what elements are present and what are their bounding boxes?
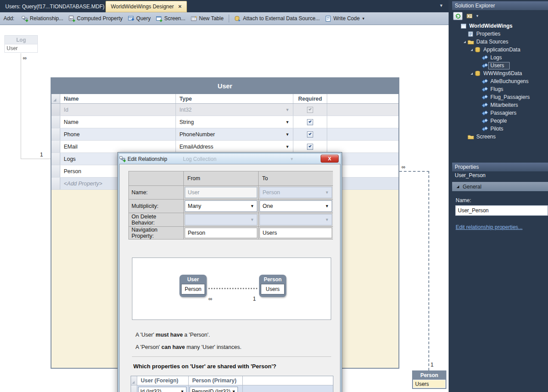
from-dropdown: ▼	[185, 214, 257, 225]
property-name-cell[interactable]: Id	[60, 104, 176, 116]
toolbar-button-new-table[interactable]: New Table	[188, 15, 227, 23]
blank-cell	[327, 141, 398, 152]
toolbar-button-write-code[interactable]: Write Code▾	[322, 15, 367, 23]
toolbar-button-relationship[interactable]: Relationship...	[19, 15, 66, 23]
property-type-cell[interactable]: EmailAddress▼	[176, 141, 293, 152]
property-type-cell[interactable]: PhoneNumber▼	[176, 128, 293, 140]
person-entity-card[interactable]: Person Users	[412, 370, 446, 389]
person-card-property: Users	[413, 380, 446, 388]
close-icon[interactable]: ×	[178, 1, 182, 12]
required-cell[interactable]	[293, 116, 327, 128]
foreign-property-dropdown[interactable]: Id (Int32)▼	[138, 387, 186, 392]
refresh-button[interactable]	[453, 12, 463, 20]
log-entity-card[interactable]: Log User	[4, 35, 38, 53]
fk-selector-triangle-icon	[132, 381, 135, 384]
preview-person-card: Person Users	[259, 275, 286, 297]
database-icon	[475, 47, 481, 53]
expander-triangle-icon[interactable]	[464, 41, 466, 43]
general-section-header[interactable]: General	[452, 182, 548, 191]
tree-item-users[interactable]: Users	[452, 62, 548, 69]
toolbar-button-computed-property[interactable]: Computed Property	[66, 15, 125, 23]
edit-relationship-properties-link[interactable]: Edit relationship properties...	[456, 224, 522, 230]
row-label: On Delete Behavior:	[129, 213, 184, 226]
relationship-sentence-1: A 'User' must have a 'Person'.	[135, 332, 210, 338]
dialog-title-bar[interactable]: Edit Relationship Log Collection ▼ X	[119, 154, 340, 164]
tab-worldwidewings-designer[interactable]: WorldWideWings Designer×	[106, 1, 187, 12]
to-dropdown[interactable]: One▼	[259, 200, 332, 212]
toolbar-button-query[interactable]: Query	[125, 15, 153, 23]
check-icon	[309, 120, 312, 123]
property-row-name[interactable]: NameString▼	[51, 116, 398, 128]
tab-users-query[interactable]: Users: Query(f17...TIONDATABASE.MDF)	[0, 1, 110, 12]
selection-outline	[488, 62, 510, 69]
column-header-blank	[327, 94, 398, 103]
property-name-cell[interactable]: EMail	[60, 141, 176, 152]
tree-item-passagiers[interactable]: Passagiers	[452, 109, 548, 117]
to-textbox[interactable]: Users	[259, 228, 332, 238]
preview-person-card-property: Users	[261, 284, 285, 294]
chevron-down-icon[interactable]: ▼	[285, 145, 289, 149]
column-header-name: Name	[60, 94, 176, 103]
row-selector	[51, 178, 60, 189]
from-textbox[interactable]: Person	[185, 228, 257, 238]
property-name-cell[interactable]: Name	[60, 116, 176, 128]
required-cell[interactable]	[293, 141, 327, 152]
row-selector-header	[51, 94, 60, 103]
shared-properties-question: Which properties on 'User' are shared wi…	[133, 363, 276, 370]
close-button[interactable]: X	[321, 155, 339, 163]
tree-item-applicationdata[interactable]: ApplicationData	[452, 46, 548, 54]
required-cell[interactable]	[293, 128, 327, 140]
tree-item-mitarbeiters[interactable]: Mitarbeiters	[452, 101, 548, 109]
from-dropdown[interactable]: Many▼	[185, 200, 257, 212]
property-row-id[interactable]: IdInt32▼	[51, 104, 398, 116]
chevron-down-icon: ▼	[180, 389, 184, 392]
tree-item-data-sources[interactable]: Data Sources	[452, 38, 548, 46]
property-type-cell[interactable]: String▼	[176, 116, 293, 128]
chevron-down-icon[interactable]: ▼	[285, 120, 289, 124]
required-checkbox[interactable]	[307, 144, 313, 150]
type-value: EmailAddress	[179, 144, 213, 150]
required-checkbox[interactable]	[307, 131, 313, 138]
attach-datasource-icon	[234, 15, 241, 22]
type-value: String	[179, 119, 194, 125]
check-icon	[309, 107, 312, 110]
tree-item-flugs[interactable]: Flugs	[452, 85, 548, 93]
relationship-name-input[interactable]	[455, 205, 548, 216]
tree-item-people[interactable]: People	[452, 117, 548, 125]
tree-item-pilots[interactable]: Pilots	[452, 125, 548, 133]
to-cell: ▼	[259, 213, 333, 226]
row-selector	[51, 104, 60, 116]
expander-triangle-icon[interactable]	[471, 73, 473, 75]
property-row-email[interactable]: EMailEmailAddress▼	[51, 141, 398, 153]
required-checkbox[interactable]	[307, 119, 313, 125]
fk-column-foreign: User (Foreign)	[137, 376, 189, 385]
tree-item-allebuchungens[interactable]: AlleBuchungens	[452, 77, 548, 85]
tree-item-properties[interactable]: Properties	[452, 30, 548, 38]
tree-item-worldwidewings[interactable]: WorldWideWings	[452, 22, 548, 30]
required-cell[interactable]	[293, 104, 327, 116]
right-connector-many-label: ∞	[402, 164, 406, 170]
toolbar-dropdown-chevron-icon[interactable]: ▾	[476, 14, 479, 18]
relationship-icon	[119, 156, 126, 162]
user-person-connector-vertical	[428, 171, 429, 370]
property-name-cell[interactable]: Phone	[60, 128, 176, 140]
property-type-cell[interactable]: Int32▼	[176, 104, 293, 116]
fk-mapping-row[interactable]: Id (Int32)▼PersonID (Int32)▼	[131, 385, 333, 392]
property-row-phone[interactable]: PhonePhoneNumber▼	[51, 128, 398, 141]
primary-property-dropdown[interactable]: PersonID (Int32)▼	[190, 387, 238, 392]
tab-overflow-chevron-icon[interactable]: ▾	[440, 3, 442, 8]
tree-item-screens[interactable]: Screens	[452, 133, 548, 141]
toolbar-button-screen[interactable]: Screen...	[153, 15, 188, 23]
tree-item-wwwings6data[interactable]: WWWings6Data	[452, 69, 548, 77]
show-all-files-button[interactable]	[464, 12, 474, 20]
chevron-down-icon: ▼	[325, 190, 329, 195]
chevron-down-icon: ▼	[325, 218, 329, 222]
toolbar-button-attach-to-external-data-source[interactable]: Attach to External Data Source...	[232, 15, 322, 23]
row-label: Name:	[129, 186, 184, 199]
tree-item-logs[interactable]: Logs	[452, 54, 548, 62]
chevron-down-icon[interactable]: ▼	[285, 132, 289, 137]
tree-item-flug-passagiers[interactable]: Flug_Passagiers	[452, 93, 548, 101]
expander-triangle-icon[interactable]	[471, 49, 473, 51]
dialog-title: Edit Relationship	[128, 156, 167, 162]
foreign-cell: Id (Int32)▼	[137, 385, 189, 392]
